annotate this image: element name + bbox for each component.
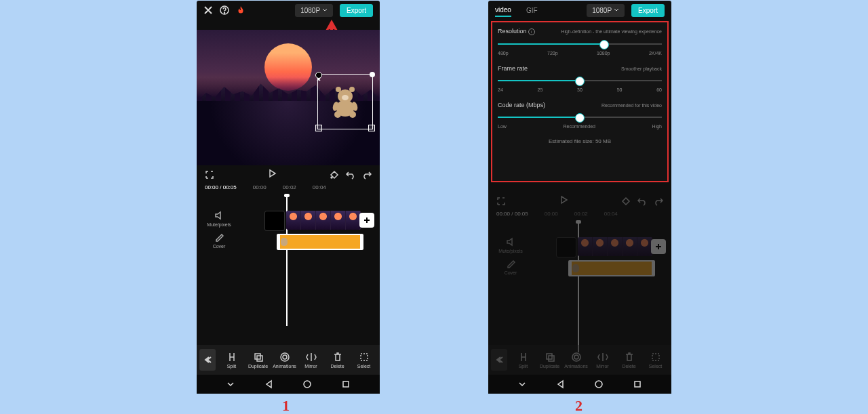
bottom-toolbar: Split Duplicate Animations Mirror Delete… bbox=[488, 345, 671, 375]
nav-down-icon[interactable] bbox=[517, 379, 527, 389]
svg-rect-16 bbox=[635, 381, 640, 387]
clip-sticker[interactable] bbox=[277, 234, 363, 250]
top-bar: video GIF 1080P Export bbox=[488, 1, 671, 20]
timeline: Mute/pixels Cover bbox=[488, 217, 671, 352]
svg-point-8 bbox=[304, 381, 311, 388]
slider-resolution[interactable] bbox=[498, 39, 662, 49]
fullscreen-icon[interactable] bbox=[205, 170, 214, 180]
tool-animations[interactable]: Animations bbox=[271, 352, 298, 369]
clip-video[interactable] bbox=[286, 211, 361, 230]
trim-handle-left[interactable] bbox=[277, 235, 280, 249]
tool-duplicate[interactable]: Duplicate bbox=[245, 352, 271, 369]
resolution-button[interactable]: 1080P bbox=[587, 4, 625, 17]
info-icon[interactable]: i bbox=[528, 28, 535, 35]
handle-rotate-icon[interactable] bbox=[370, 72, 375, 77]
svg-point-15 bbox=[595, 381, 602, 388]
toolbar-back-button[interactable] bbox=[199, 349, 216, 371]
nav-back-icon[interactable] bbox=[556, 379, 566, 389]
timeline[interactable]: Mute/pixels Cover bbox=[197, 190, 380, 326]
close-icon[interactable] bbox=[203, 5, 213, 15]
chevron-down-icon bbox=[322, 7, 328, 13]
redo-icon bbox=[654, 196, 663, 206]
cover-button[interactable]: Cover bbox=[202, 232, 236, 249]
chevron-down-icon bbox=[614, 7, 619, 13]
slider-framerate[interactable] bbox=[498, 76, 662, 85]
svg-point-2 bbox=[331, 177, 332, 178]
duplicate-icon bbox=[253, 352, 264, 363]
keyframe-icon bbox=[621, 196, 631, 206]
split-icon bbox=[226, 352, 237, 363]
top-bar: 1080P Export bbox=[197, 1, 380, 20]
nav-down-icon[interactable] bbox=[226, 379, 235, 389]
step-label-2: 2 bbox=[575, 397, 583, 414]
sticker-teddy[interactable] bbox=[332, 85, 359, 118]
screenshot-2: video GIF 1080P Export Resolutioni High-… bbox=[488, 1, 671, 394]
mirror-icon bbox=[306, 352, 317, 363]
overlay-selection[interactable] bbox=[317, 74, 373, 129]
setting-coderate: Code rate (Mbps) Recommended for this vi… bbox=[498, 102, 662, 129]
time-ruler: 00:00 / 00:05 00:00 00:02 00:04 bbox=[197, 184, 380, 190]
svg-point-13 bbox=[574, 355, 578, 359]
player-controls bbox=[197, 165, 380, 184]
preview-canvas[interactable] bbox=[197, 30, 380, 165]
svg-rect-14 bbox=[652, 354, 659, 360]
svg-rect-10 bbox=[547, 354, 552, 359]
flame-icon[interactable] bbox=[236, 5, 245, 15]
speaker-icon bbox=[214, 211, 224, 220]
estimate-text: Estimated file size: 50 MB bbox=[498, 138, 662, 144]
tool-split[interactable]: Split bbox=[218, 352, 245, 369]
svg-rect-7 bbox=[361, 354, 368, 360]
trim-handle-right[interactable] bbox=[360, 235, 363, 249]
slider-coderate[interactable] bbox=[498, 112, 662, 122]
handle-delete-icon[interactable] bbox=[315, 72, 322, 79]
play-icon[interactable] bbox=[267, 169, 277, 178]
svg-point-1 bbox=[224, 13, 225, 14]
help-icon[interactable] bbox=[220, 5, 229, 15]
edit-icon bbox=[214, 232, 224, 242]
nav-back-icon[interactable] bbox=[264, 379, 274, 389]
animations-icon bbox=[279, 352, 290, 363]
nav-recent-icon[interactable] bbox=[341, 379, 351, 389]
export-button[interactable]: Export bbox=[631, 4, 665, 17]
android-navbar bbox=[488, 375, 671, 394]
tool-select[interactable]: Select bbox=[351, 352, 377, 369]
setting-resolution: Resolutioni High-definition - the ultima… bbox=[498, 28, 662, 56]
svg-point-6 bbox=[283, 355, 287, 359]
time-ruler: 00:00 / 00:05 00:0000:0200:04 bbox=[488, 211, 671, 217]
undo-icon bbox=[637, 196, 647, 206]
svg-rect-9 bbox=[343, 381, 349, 387]
svg-point-5 bbox=[281, 353, 289, 361]
fullscreen-icon bbox=[496, 196, 506, 206]
export-button[interactable]: Export bbox=[340, 4, 373, 17]
select-icon bbox=[359, 352, 370, 363]
undo-icon[interactable] bbox=[346, 170, 355, 180]
delete-icon bbox=[332, 352, 343, 363]
handle-bl[interactable] bbox=[315, 125, 322, 131]
screenshot-1: 1080P Export bbox=[197, 1, 380, 394]
mute-button[interactable]: Mute/pixels bbox=[202, 211, 236, 227]
resolution-label: 1080P bbox=[300, 7, 320, 14]
svg-rect-11 bbox=[549, 356, 554, 361]
nav-home-icon[interactable] bbox=[302, 379, 312, 389]
clip-blank[interactable] bbox=[264, 211, 285, 231]
bottom-toolbar: Split Duplicate Animations Mirror Delete… bbox=[197, 345, 380, 375]
tool-mirror[interactable]: Mirror bbox=[298, 352, 324, 369]
nav-home-icon[interactable] bbox=[594, 379, 604, 389]
add-clip-button[interactable] bbox=[359, 213, 374, 228]
step-label-1: 1 bbox=[282, 397, 290, 414]
export-settings-panel: Resolutioni High-definition - the ultima… bbox=[491, 21, 669, 182]
tab-video[interactable]: video bbox=[495, 4, 511, 17]
play-icon bbox=[559, 195, 568, 205]
resolution-button[interactable]: 1080P bbox=[295, 4, 333, 17]
android-navbar bbox=[197, 375, 380, 394]
tool-delete[interactable]: Delete bbox=[324, 352, 351, 369]
nav-recent-icon[interactable] bbox=[633, 379, 642, 389]
setting-framerate: Frame rate Smoother playback 24 25 30 50… bbox=[498, 65, 662, 92]
player-controls bbox=[488, 192, 671, 211]
redo-icon[interactable] bbox=[362, 170, 372, 180]
svg-rect-3 bbox=[255, 354, 260, 359]
svg-rect-4 bbox=[257, 356, 262, 361]
keyframe-icon[interactable] bbox=[330, 170, 339, 180]
handle-resize[interactable] bbox=[368, 125, 375, 131]
tab-gif[interactable]: GIF bbox=[526, 5, 538, 16]
